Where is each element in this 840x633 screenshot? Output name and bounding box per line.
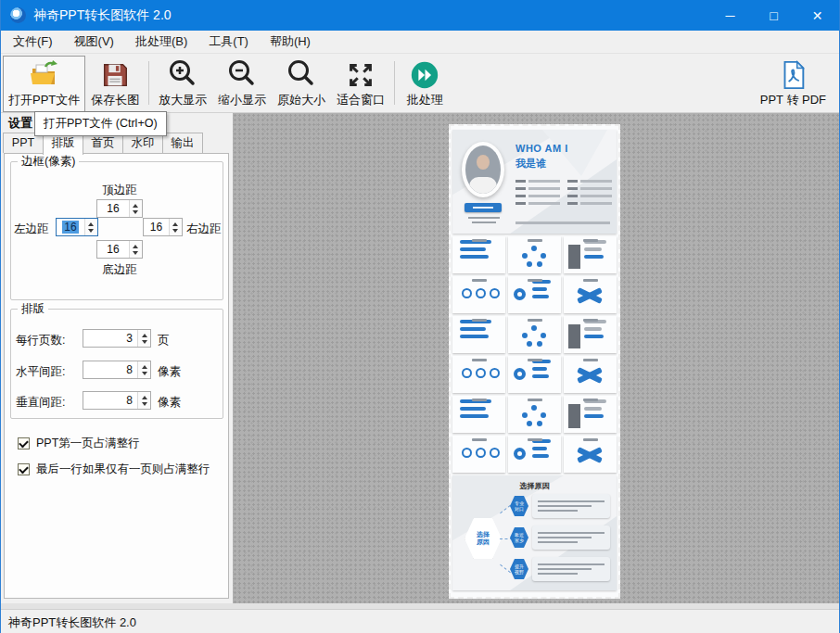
reason-row: 提升视野 bbox=[510, 557, 610, 581]
minimize-button[interactable]: ─ bbox=[708, 0, 752, 31]
app-icon bbox=[10, 7, 26, 23]
spinner-arrows-icon[interactable] bbox=[129, 200, 142, 217]
last-row-full-label: 最后一行如果仅有一页则占满整行 bbox=[36, 462, 210, 477]
slide-thumbnail bbox=[508, 436, 561, 473]
slide-thumbnail bbox=[564, 236, 617, 273]
pages-per-row-unit: 页 bbox=[158, 333, 170, 348]
zoom-in-button[interactable]: 放大显示 bbox=[153, 56, 212, 112]
pages-per-row-value: 3 bbox=[124, 332, 134, 345]
reason-text-block bbox=[532, 525, 610, 550]
v-spacing-value: 8 bbox=[124, 394, 134, 407]
v-spacing-label: 垂直间距: bbox=[16, 395, 65, 411]
window-controls: ─ □ ✕ bbox=[708, 0, 839, 31]
main-area: 设置 PPT 排版 首页 水印 输出 边框(像素) 顶边距 16 左边距 bbox=[1, 113, 839, 603]
menu-item-tools[interactable]: 工具(T) bbox=[199, 31, 258, 53]
save-long-image-label: 保存长图 bbox=[91, 92, 139, 108]
h-spacing-label: 水平间距: bbox=[16, 364, 65, 380]
slide-thumbnail bbox=[564, 316, 617, 353]
zoom-out-icon bbox=[225, 57, 259, 91]
maximize-button[interactable]: □ bbox=[752, 0, 795, 31]
open-folder-icon bbox=[28, 57, 61, 91]
batch-process-button[interactable]: 批处理 bbox=[399, 56, 451, 112]
save-long-image-button[interactable]: 保存长图 bbox=[85, 56, 145, 112]
ppt-to-pdf-label: PPT 转 PDF bbox=[760, 92, 826, 108]
pages-per-row-spinner[interactable]: 3 bbox=[83, 329, 151, 348]
spinner-arrows-icon[interactable] bbox=[129, 241, 142, 258]
left-margin-label: 左边距 bbox=[14, 222, 49, 237]
zoom-out-label: 缩小显示 bbox=[218, 92, 266, 108]
layout-groupbox-title: 排版 bbox=[18, 301, 48, 317]
last-slide-title: 选择原因 bbox=[452, 481, 617, 491]
toolbar-separator bbox=[394, 61, 395, 105]
save-floppy-icon bbox=[99, 58, 131, 91]
bottom-margin-spinner[interactable]: 16 bbox=[96, 240, 143, 259]
reason-hexagon: 提升视野 bbox=[510, 559, 528, 579]
checkbox-checked-icon[interactable] bbox=[18, 437, 30, 449]
reason-row: 专业对口 bbox=[510, 494, 610, 518]
h-spacing-spinner[interactable]: 8 bbox=[83, 361, 151, 379]
slide-thumbnail bbox=[564, 436, 617, 473]
tab-page-layout: 边框(像素) 顶边距 16 左边距 16 16 右边距 16 bbox=[4, 153, 229, 599]
slide-thumbnail-grid bbox=[452, 236, 617, 473]
zoom-out-button[interactable]: 缩小显示 bbox=[212, 56, 272, 112]
long-image-preview[interactable]: WHO AM I 我是谁 选择原因 bbox=[449, 124, 620, 599]
tab-output[interactable]: 输出 bbox=[162, 133, 203, 153]
v-spacing-spinner[interactable]: 8 bbox=[83, 391, 151, 410]
reason-text-block bbox=[532, 557, 610, 581]
bottom-margin-value: 16 bbox=[105, 243, 121, 256]
reason-row: 靠近家乡 bbox=[510, 525, 610, 550]
open-ppt-button[interactable]: 打开PPT文件 bbox=[3, 56, 85, 112]
slide-thumbnail bbox=[564, 276, 617, 313]
reason-text-block bbox=[532, 494, 610, 518]
statusbar-text: 神奇PPT转长图软件 2.0 bbox=[8, 614, 136, 631]
menu-item-file[interactable]: 文件(F) bbox=[4, 31, 62, 53]
top-margin-label: 顶边距 bbox=[94, 183, 146, 198]
window-title: 神奇PPT转长图软件 2.0 bbox=[33, 7, 172, 24]
spinner-arrows-icon[interactable] bbox=[137, 392, 150, 409]
photo-caption-lines bbox=[464, 217, 504, 223]
spinner-arrows-icon[interactable] bbox=[84, 219, 97, 235]
open-ppt-label: 打开PPT文件 bbox=[8, 92, 80, 108]
menu-item-view[interactable]: 视图(V) bbox=[65, 31, 123, 53]
fit-window-button[interactable]: 适合窗口 bbox=[331, 56, 390, 112]
checkbox-checked-icon[interactable] bbox=[18, 463, 30, 475]
left-margin-spinner[interactable]: 16 bbox=[56, 218, 98, 236]
slide-thumbnail bbox=[508, 236, 561, 273]
slide-thumbnail bbox=[508, 356, 561, 393]
app-window: 神奇PPT转长图软件 2.0 ─ □ ✕ 文件(F) 视图(V) 批处理(B) … bbox=[0, 0, 840, 633]
slide-thumbnail bbox=[508, 396, 561, 433]
last-row-full-checkbox[interactable]: 最后一行如果仅有一页则占满整行 bbox=[18, 462, 210, 477]
first-page-full-row-checkbox[interactable]: PPT第一页占满整行 bbox=[18, 436, 140, 451]
border-groupbox-title: 边框(像素) bbox=[18, 154, 79, 170]
first-slide: WHO AM I 我是谁 bbox=[452, 130, 617, 234]
batch-icon bbox=[409, 58, 440, 91]
spinner-arrows-icon[interactable] bbox=[169, 219, 182, 235]
spinner-arrows-icon[interactable] bbox=[137, 361, 150, 378]
bottom-margin-label: 底边距 bbox=[94, 262, 146, 278]
ppt-to-pdf-button[interactable]: PPT 转 PDF bbox=[755, 56, 832, 112]
batch-process-label: 批处理 bbox=[407, 92, 443, 108]
resume-info-lines bbox=[515, 180, 612, 205]
right-margin-spinner[interactable]: 16 bbox=[143, 218, 183, 236]
first-page-full-row-label: PPT第一页占满整行 bbox=[36, 436, 140, 451]
tooltip: 打开PPT文件 (Ctrl+O) bbox=[34, 111, 167, 136]
close-button[interactable]: ✕ bbox=[795, 0, 839, 31]
original-size-icon bbox=[285, 57, 318, 91]
menu-item-help[interactable]: 帮助(H) bbox=[261, 31, 320, 53]
menu-item-batch[interactable]: 批处理(B) bbox=[126, 31, 197, 53]
titlebar: 神奇PPT转长图软件 2.0 ─ □ ✕ bbox=[1, 0, 839, 31]
pdf-icon bbox=[777, 58, 808, 91]
fit-window-label: 适合窗口 bbox=[337, 92, 385, 108]
name-ribbon bbox=[465, 203, 502, 212]
slide-title-cn: 我是谁 bbox=[515, 157, 546, 171]
spinner-arrows-icon[interactable] bbox=[137, 330, 150, 347]
original-size-button[interactable]: 原始大小 bbox=[272, 56, 331, 112]
h-spacing-unit: 像素 bbox=[158, 364, 181, 380]
slide-thumbnail bbox=[508, 276, 561, 313]
fit-window-icon bbox=[345, 58, 376, 91]
zoom-in-icon bbox=[166, 57, 199, 91]
top-margin-spinner[interactable]: 16 bbox=[96, 199, 143, 218]
reason-hexagon: 靠近家乡 bbox=[510, 527, 528, 548]
right-margin-value: 16 bbox=[148, 221, 164, 234]
slide-thumbnail bbox=[564, 356, 617, 393]
